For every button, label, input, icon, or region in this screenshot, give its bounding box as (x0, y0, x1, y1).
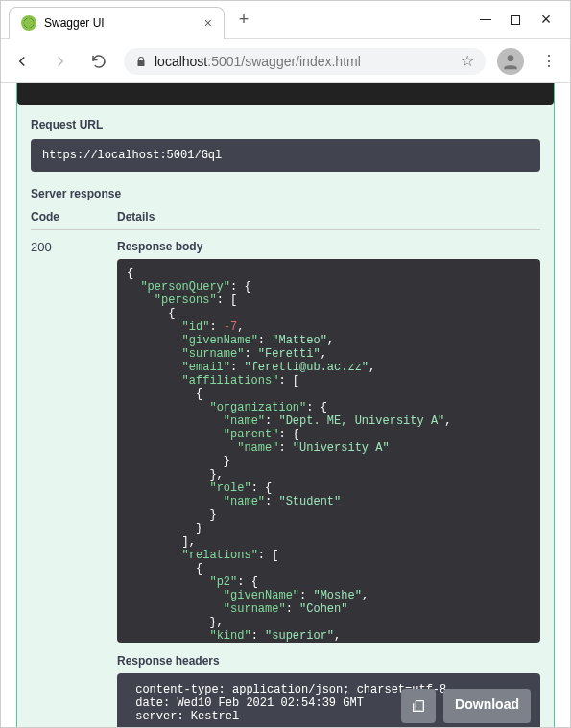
response-body-codeblock[interactable]: { "personQuery": { "persons": [ { "id": … (117, 259, 540, 643)
browser-titlebar: Swagger UI × + × (1, 1, 570, 39)
response-details: Response body { "personQuery": { "person… (117, 240, 540, 728)
details-header: Details (117, 210, 155, 223)
forward-button[interactable] (47, 48, 74, 75)
clipboard-icon (411, 698, 426, 714)
profile-avatar-icon[interactable] (497, 48, 524, 75)
address-bar[interactable]: localhost:5001/swagger/index.html ☆ (124, 48, 486, 75)
swagger-favicon-icon (21, 15, 36, 31)
response-header-row: Code Details (31, 210, 540, 230)
lock-icon (135, 56, 147, 67)
response-actions: Download (401, 689, 531, 723)
collapsed-bar[interactable] (17, 83, 554, 105)
browser-tab[interactable]: Swagger UI × (9, 7, 225, 39)
url-text: localhost:5001/swagger/index.html (155, 54, 361, 69)
minimize-icon[interactable] (480, 19, 491, 20)
response-body-label: Response body (117, 240, 540, 253)
back-button[interactable] (9, 48, 36, 75)
page-content[interactable]: Request URL https://localhost:5001/Gql S… (1, 83, 570, 728)
kebab-menu-icon[interactable]: ⋮ (535, 52, 562, 70)
request-url-label: Request URL (31, 118, 540, 131)
close-tab-icon[interactable]: × (204, 15, 212, 31)
tab-title: Swagger UI (44, 16, 197, 30)
swagger-operation-panel: Request URL https://localhost:5001/Gql S… (16, 83, 555, 728)
window-controls: × (480, 10, 570, 30)
server-response-label: Server response (31, 187, 540, 200)
close-window-icon[interactable]: × (539, 10, 553, 30)
response-row: 200 Response body { "personQuery": { "pe… (31, 240, 540, 728)
status-code: 200 (31, 240, 117, 728)
svg-rect-1 (416, 701, 423, 712)
reload-button[interactable] (85, 48, 112, 75)
request-url-box: https://localhost:5001/Gql (31, 139, 540, 172)
svg-point-0 (508, 55, 514, 61)
code-header: Code (31, 210, 117, 223)
maximize-icon[interactable] (511, 15, 520, 25)
download-button[interactable]: Download (443, 689, 531, 723)
copy-button[interactable] (401, 689, 436, 723)
response-headers-label: Response headers (117, 654, 540, 668)
bookmark-star-icon[interactable]: ☆ (461, 52, 474, 70)
browser-toolbar: localhost:5001/swagger/index.html ☆ ⋮ (1, 39, 570, 83)
new-tab-button[interactable]: + (230, 7, 257, 34)
